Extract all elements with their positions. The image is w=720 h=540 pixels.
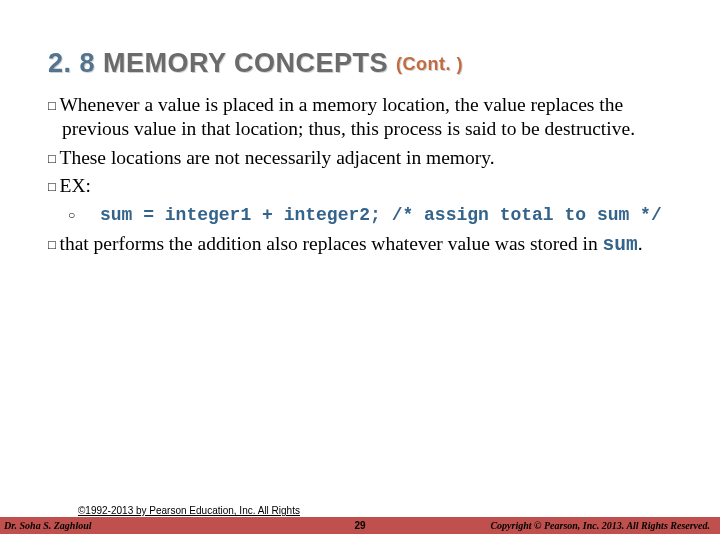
square-bullet-icon: □	[48, 151, 59, 166]
heading-continued: (Cont. )	[396, 54, 463, 74]
footer-copyright: Copyright © Pearson, Inc. 2013. All Righ…	[490, 520, 720, 531]
bullet-1-text-a: Whenever a value is placed in a memory l…	[59, 94, 623, 139]
bullet-item-3: □ EX:	[62, 174, 672, 198]
bullet-item-1: □ Whenever a value is placed in a memory…	[62, 93, 672, 142]
bullet-1-text-c: .	[630, 118, 635, 139]
code-line: sum = integer1 + integer2; /* assign tot…	[100, 205, 662, 225]
footer-author: Dr. Soha S. Zaghloul	[0, 520, 92, 531]
square-bullet-icon: □	[48, 237, 59, 252]
slide-content: □ Whenever a value is placed in a memory…	[48, 93, 672, 257]
footer-page-number: 29	[354, 520, 365, 531]
bullet-item-4: □ that performs the addition also replac…	[62, 232, 672, 257]
copyright-line: ©1992-2013 by Pearson Education, Inc. Al…	[78, 505, 300, 516]
bullet-1-destructive: destructive	[545, 118, 631, 139]
slide-heading: 2. 8 MEMORY CONCEPTS (Cont. )	[48, 48, 672, 79]
footer-bar: Dr. Soha S. Zaghloul 29 Copyright © Pear…	[0, 517, 720, 534]
heading-number: 2. 8	[48, 48, 95, 78]
bullet-3-text: EX:	[59, 175, 90, 196]
slide: 2. 8 MEMORY CONCEPTS (Cont. ) □ Whenever…	[0, 0, 720, 540]
bullet-4-text-c: .	[638, 233, 643, 254]
bullet-4-text-a: that performs the addition also replaces…	[59, 233, 602, 254]
circle-bullet-icon: ○	[86, 208, 100, 223]
sub-bullet-code: ○sum = integer1 + integer2; /* assign to…	[104, 203, 672, 227]
square-bullet-icon: □	[48, 98, 59, 113]
bullet-2-text: These locations are not necessarily adja…	[59, 147, 494, 168]
bullet-item-2: □ These locations are not necessarily ad…	[62, 146, 672, 170]
square-bullet-icon: □	[48, 179, 59, 194]
heading-title: MEMORY CONCEPTS	[103, 48, 388, 78]
bullet-4-code: sum	[603, 234, 638, 256]
